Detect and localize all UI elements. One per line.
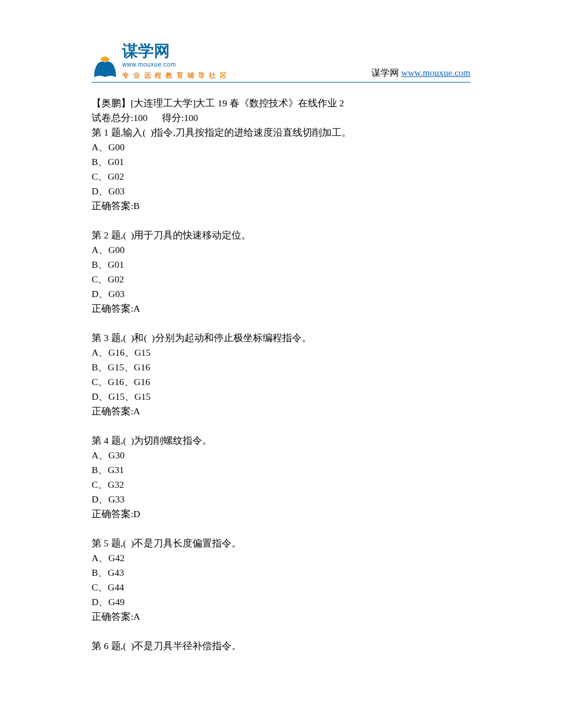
- brand-label: 谋学网: [371, 68, 399, 78]
- question-option: A、G42: [92, 551, 470, 565]
- question-option: B、G15、G16: [92, 360, 470, 375]
- question-stem: 第 2 题,( )用于刀具的快速移动定位。: [92, 228, 470, 243]
- question-option: C、G32: [92, 477, 470, 492]
- brand-url-link[interactable]: www.mouxue.com: [401, 68, 470, 78]
- question-block: 第 2 题,( )用于刀具的快速移动定位。A、G00B、G01C、G02D、G0…: [92, 228, 470, 316]
- question-option: D、G03: [92, 287, 470, 301]
- question-option: A、G00: [92, 140, 470, 155]
- exam-title: 【奥鹏】[大连理工大学]大工 19 春《数控技术》在线作业 2: [92, 96, 470, 111]
- logo-tagline: 专 业 远 程 教 育 辅 导 社 区: [122, 70, 228, 81]
- question-option: B、G31: [92, 463, 470, 477]
- book-logo-icon: [92, 56, 119, 81]
- logo-text: 谋学网: [122, 43, 170, 59]
- content-body: 【奥鹏】[大连理工大学]大工 19 春《数控技术》在线作业 2 试卷总分:100…: [92, 96, 470, 654]
- question-option: A、G30: [92, 448, 470, 463]
- question-option: D、G49: [92, 595, 470, 609]
- logo-url-small: www.mouxue.com: [122, 60, 228, 69]
- question-block: 第 3 题,( )和( )分别为起动和停止极坐标编程指令。A、G16、G15B、…: [92, 331, 470, 419]
- question-option: C、G44: [92, 580, 470, 595]
- question-answer: 正确答案:A: [92, 301, 470, 316]
- question-option: C、G02: [92, 272, 470, 287]
- question-option: B、G01: [92, 155, 470, 169]
- header-right: 谋学网 www.mouxue.com: [371, 66, 470, 81]
- logo: 谋学网 www.mouxue.com 专 业 远 程 教 育 辅 导 社 区: [92, 43, 228, 81]
- question-option: B、G43: [92, 565, 470, 580]
- question-block: 第 6 题,( )不是刀具半径补偿指令。: [92, 639, 470, 653]
- question-option: D、G15、G15: [92, 389, 470, 404]
- intro-block: 【奥鹏】[大连理工大学]大工 19 春《数控技术》在线作业 2 试卷总分:100…: [92, 96, 470, 125]
- question-answer: 正确答案:D: [92, 507, 470, 521]
- question-option: C、G02: [92, 169, 470, 184]
- question-answer: 正确答案:A: [92, 404, 470, 419]
- question-option: D、G33: [92, 492, 470, 507]
- question-option: D、G03: [92, 184, 470, 199]
- question-answer: 正确答案:B: [92, 199, 470, 213]
- question-option: A、G16、G15: [92, 345, 470, 360]
- score-line: 试卷总分:100 得分:100: [92, 111, 470, 125]
- question-stem: 第 3 题,( )和( )分别为起动和停止极坐标编程指令。: [92, 331, 470, 345]
- question-option: A、G00: [92, 243, 470, 257]
- question-option: B、G01: [92, 257, 470, 272]
- question-stem: 第 4 题,( )为切削螺纹指令。: [92, 433, 470, 448]
- question-answer: 正确答案:A: [92, 609, 470, 624]
- question-option: C、G16、G16: [92, 375, 470, 389]
- question-stem: 第 1 题,输入( )指令,刀具按指定的进给速度沿直线切削加工。: [92, 125, 470, 140]
- question-block: 第 1 题,输入( )指令,刀具按指定的进给速度沿直线切削加工。A、G00B、G…: [92, 125, 470, 213]
- page-header: 谋学网 www.mouxue.com 专 业 远 程 教 育 辅 导 社 区 谋…: [92, 43, 470, 83]
- question-stem: 第 5 题,( )不是刀具长度偏置指令。: [92, 536, 470, 551]
- question-stem: 第 6 题,( )不是刀具半径补偿指令。: [92, 639, 470, 653]
- question-block: 第 4 题,( )为切削螺纹指令。A、G30B、G31C、G32D、G33正确答…: [92, 433, 470, 521]
- question-block: 第 5 题,( )不是刀具长度偏置指令。A、G42B、G43C、G44D、G49…: [92, 536, 470, 624]
